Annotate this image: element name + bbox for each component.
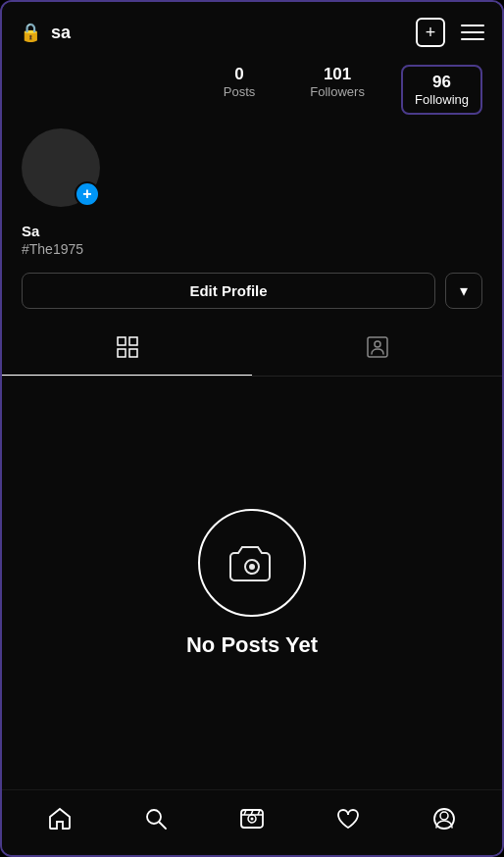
tab-grid[interactable] — [2, 325, 252, 376]
menu-line-3 — [461, 38, 484, 40]
svg-point-5 — [375, 341, 380, 347]
following-count: 96 — [432, 73, 451, 92]
header-right: + — [416, 18, 484, 47]
svg-rect-3 — [129, 349, 137, 357]
following-stat[interactable]: 96 Following — [401, 65, 482, 115]
header-username: sa — [51, 23, 71, 43]
followers-count: 101 — [324, 65, 351, 84]
grid-icon — [117, 336, 138, 364]
phone-frame: 🔒 sa + 0 Posts 101 Followers 96 Followin… — [0, 0, 504, 857]
posts-label: Posts — [224, 84, 256, 99]
empty-state: No Posts Yet — [2, 377, 502, 789]
chevron-down-icon: ▾ — [460, 281, 468, 300]
posts-count: 0 — [234, 65, 243, 84]
bio: #The1975 — [22, 241, 482, 257]
lock-icon: 🔒 — [20, 22, 41, 43]
profile-icon — [431, 806, 457, 835]
no-posts-heading: No Posts Yet — [186, 632, 318, 658]
nav-search[interactable] — [131, 802, 180, 839]
svg-point-12 — [251, 818, 254, 821]
camera-icon — [227, 537, 277, 588]
followers-stat[interactable]: 101 Followers — [303, 65, 372, 115]
avatar-section: + — [2, 125, 502, 217]
nav-likes[interactable] — [324, 802, 373, 839]
svg-rect-0 — [118, 337, 126, 345]
profile-stats: 0 Posts 101 Followers 96 Following — [2, 57, 502, 125]
nav-home[interactable] — [35, 802, 84, 839]
svg-rect-2 — [118, 349, 126, 357]
user-info: Sa #The1975 — [2, 217, 502, 269]
nav-profile[interactable] — [420, 802, 469, 839]
heart-icon — [335, 806, 361, 835]
dropdown-button[interactable]: ▾ — [445, 273, 482, 309]
avatar-add-button[interactable]: + — [75, 181, 100, 207]
menu-line-2 — [461, 31, 484, 33]
svg-line-9 — [160, 823, 167, 830]
nav-reels[interactable] — [227, 802, 277, 839]
person-tag-icon — [367, 336, 388, 364]
edit-profile-button[interactable]: Edit Profile — [22, 273, 435, 309]
avatar-container: + — [22, 128, 100, 207]
display-name: Sa — [22, 223, 482, 239]
home-icon — [47, 806, 73, 835]
avatar-add-icon: + — [82, 186, 91, 202]
add-icon: + — [426, 24, 436, 41]
reels-icon — [239, 806, 265, 835]
following-label: Following — [415, 92, 469, 107]
menu-button[interactable] — [461, 25, 484, 40]
header: 🔒 sa + — [2, 2, 502, 57]
svg-point-18 — [440, 812, 448, 820]
followers-label: Followers — [310, 84, 365, 99]
posts-stat[interactable]: 0 Posts — [205, 65, 274, 115]
menu-line-1 — [461, 25, 484, 26]
tabs-section — [2, 325, 502, 377]
edit-profile-section: Edit Profile ▾ — [2, 269, 502, 325]
svg-point-7 — [249, 564, 255, 570]
svg-rect-1 — [129, 337, 137, 345]
camera-circle — [198, 509, 306, 617]
search-icon — [143, 806, 169, 835]
bottom-nav — [2, 789, 502, 855]
tab-tagged[interactable] — [252, 325, 502, 376]
add-post-button[interactable]: + — [416, 18, 445, 47]
header-left: 🔒 sa — [20, 22, 71, 43]
